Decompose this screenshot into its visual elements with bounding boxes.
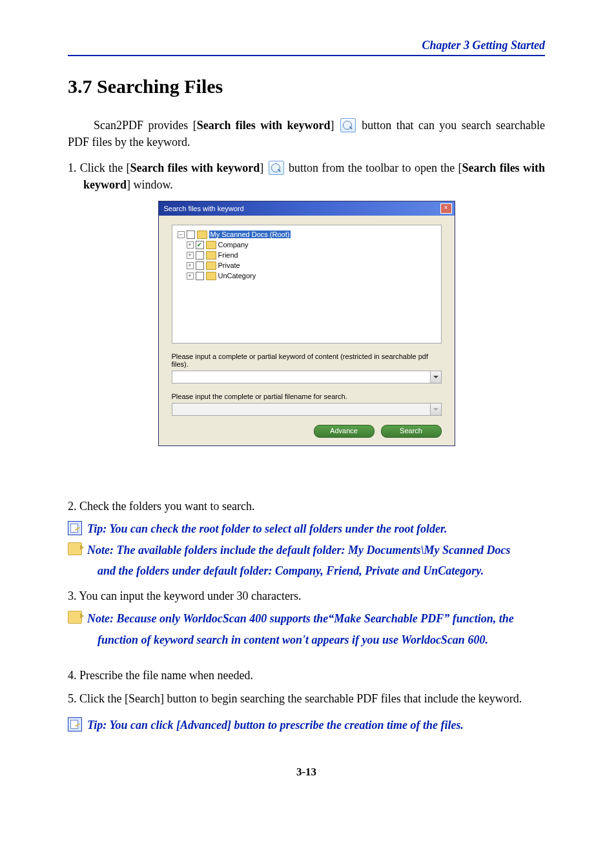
intro-bold: Search files with keyword	[197, 119, 331, 132]
step-5: 5. Click the [Search] button to begin se…	[68, 690, 545, 707]
tree-item[interactable]: + Company	[187, 240, 436, 250]
note-icon	[68, 611, 82, 624]
section-title: 3.7 Searching Files	[68, 76, 545, 97]
filename-dropdown-button[interactable]	[430, 403, 442, 416]
dialog-titlebar: Search files with keyword ×	[159, 201, 455, 216]
expander-icon[interactable]: +	[187, 252, 194, 259]
step1-suffix: ] window.	[127, 178, 173, 191]
note-2: Note: Because only WorldocScan 400 suppo…	[68, 611, 545, 626]
folder-icon	[206, 241, 216, 249]
step-4: 4. Prescribe the file name when needed.	[68, 667, 545, 684]
folder-tree[interactable]: − My Scanned Docs (Root) + Company +	[172, 225, 442, 343]
page-number: 3-13	[68, 766, 545, 779]
note-2-line1: Note: Because only WorldocScan 400 suppo…	[87, 611, 514, 626]
note-1: Note: The available folders include the …	[68, 542, 545, 558]
chevron-down-icon	[433, 408, 438, 411]
note-1-line2: and the folders under default folder: Co…	[68, 563, 545, 578]
checkbox[interactable]	[187, 230, 195, 239]
step-2: 2. Check the folders you want to search.	[68, 498, 545, 515]
dialog-screenshot: Search files with keyword × − My Scanned…	[158, 201, 455, 446]
close-button[interactable]: ×	[440, 203, 452, 214]
step1-mid1: ]	[260, 161, 267, 174]
keyword-input[interactable]	[172, 371, 430, 384]
expander-icon[interactable]: +	[187, 241, 194, 249]
tip-2: Tip: You can click [Advanced] button to …	[68, 717, 545, 733]
tip-1: Tip: You can check the root folder to se…	[68, 521, 545, 537]
search-icon	[269, 161, 284, 175]
filename-field-label: Please input the complete or partial fil…	[172, 393, 442, 400]
intro-t3: ]	[331, 119, 339, 132]
advance-button[interactable]: Advance	[314, 425, 375, 438]
tip-1-text: Tip: You can check the root folder to se…	[87, 521, 447, 537]
step-3: 3. You can input the keyword under 30 ch…	[68, 588, 545, 604]
tree-root-row[interactable]: − My Scanned Docs (Root)	[178, 229, 436, 240]
tree-item-label[interactable]: Friend	[218, 251, 238, 259]
expander-icon[interactable]: +	[187, 262, 194, 269]
checkbox[interactable]	[196, 251, 204, 260]
folder-icon	[206, 272, 216, 280]
chevron-down-icon	[433, 376, 438, 378]
note-2-line2: function of keyword search in content wo…	[68, 632, 545, 648]
chapter-header-text: Chapter 3 Getting Started	[422, 39, 545, 52]
checkbox[interactable]	[196, 241, 204, 249]
step1-prefix: 1. Click the [	[68, 161, 130, 174]
tree-item[interactable]: + UnCategory	[187, 271, 436, 281]
checkbox[interactable]	[196, 272, 204, 280]
note-icon	[68, 542, 82, 555]
tip-icon	[68, 521, 82, 535]
tree-item-label[interactable]: Private	[218, 261, 240, 269]
step1-bold1: Search files with keyword	[130, 161, 260, 174]
filename-input[interactable]	[172, 403, 430, 416]
tree-root-label[interactable]: My Scanned Docs (Root)	[209, 230, 291, 238]
intro-t1: Scan2PDF provides [	[94, 119, 197, 132]
tree-item[interactable]: + Private	[187, 260, 436, 271]
expander-icon[interactable]: +	[187, 272, 194, 280]
tip-2-text: Tip: You can click [Advanced] button to …	[87, 717, 464, 733]
folder-icon	[206, 261, 216, 270]
expander-icon[interactable]: −	[178, 231, 185, 238]
checkbox[interactable]	[196, 261, 204, 270]
filename-combo[interactable]	[172, 403, 442, 416]
search-button[interactable]: Search	[381, 425, 442, 438]
tree-item-label[interactable]: UnCategory	[218, 272, 256, 280]
tip-icon	[68, 717, 82, 731]
folder-icon	[197, 230, 207, 239]
tree-item[interactable]: + Friend	[187, 250, 436, 260]
tree-item-label[interactable]: Company	[218, 241, 249, 249]
chapter-header: Chapter 3 Getting Started	[68, 39, 545, 56]
folder-icon	[206, 251, 216, 260]
keyword-field-label: Please input a complete or partial keywo…	[172, 353, 442, 368]
intro-paragraph: Scan2PDF provides [Search files with key…	[68, 117, 545, 150]
keyword-combo[interactable]	[172, 371, 442, 384]
step1-mid2: button from the toolbar to open the [	[285, 161, 462, 174]
keyword-dropdown-button[interactable]	[430, 371, 442, 384]
step-1: 1. Click the [Search files with keyword]…	[68, 159, 545, 193]
note-1-line1: Note: The available folders include the …	[87, 542, 510, 558]
dialog-title: Search files with keyword	[164, 205, 244, 212]
search-icon	[340, 118, 356, 132]
